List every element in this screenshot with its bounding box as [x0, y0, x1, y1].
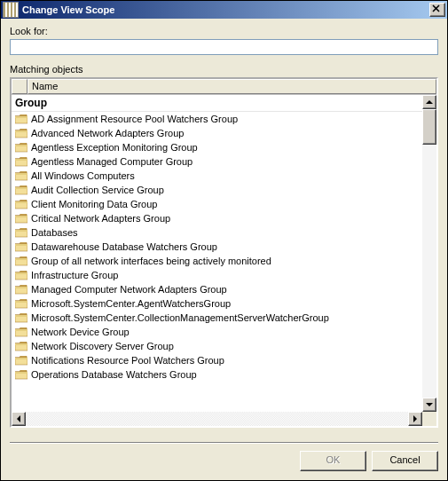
folder-icon: [13, 256, 29, 266]
list-item[interactable]: Agentless Exception Monitoring Group: [12, 140, 422, 154]
list-item[interactable]: Managed Computer Network Adapters Group: [12, 282, 422, 296]
scroll-down-button[interactable]: [422, 398, 436, 412]
list-item-label: Critical Network Adapters Group: [29, 213, 420, 224]
window-title: Change View Scope: [22, 4, 429, 15]
search-input[interactable]: [10, 39, 438, 55]
list-item[interactable]: Agentless Managed Computer Group: [12, 154, 422, 169]
svg-marker-29: [15, 242, 27, 244]
folder-icon: [13, 370, 29, 380]
svg-marker-47: [15, 327, 27, 329]
folder-icon: [13, 129, 29, 138]
scroll-right-button[interactable]: [408, 412, 422, 426]
dialog-footer: OK Cancel: [1, 444, 447, 480]
folder-icon: [13, 327, 29, 337]
folder-icon: [13, 171, 29, 181]
list-item[interactable]: Network Device Group: [12, 325, 422, 339]
folder-icon: [13, 200, 29, 209]
svg-marker-53: [15, 356, 27, 358]
list-item[interactable]: Audit Collection Service Group: [12, 183, 422, 197]
svg-rect-46: [15, 315, 28, 317]
folder-icon: [13, 143, 29, 153]
list-item-label: Microsoft.SystemCenter.AgentWatchersGrou…: [29, 298, 420, 309]
svg-rect-7: [15, 130, 28, 132]
svg-rect-22: [15, 201, 28, 203]
svg-rect-49: [15, 329, 28, 331]
folder-icon: [13, 214, 29, 224]
folder-icon: [13, 114, 29, 124]
scroll-left-button[interactable]: [12, 412, 26, 426]
list-item-label: Agentless Exception Monitoring Group: [29, 142, 420, 153]
folder-icon: [13, 313, 29, 323]
scroll-track[interactable]: [422, 145, 436, 398]
folder-icon: [13, 356, 29, 366]
svg-rect-19: [15, 187, 28, 189]
list-item[interactable]: Operations Database Watchers Group: [12, 367, 422, 382]
title-bar[interactable]: Change View Scope: [1, 1, 447, 19]
folder-icon: [13, 242, 29, 252]
list-item-label: All Windows Computers: [29, 170, 420, 181]
svg-marker-44: [15, 313, 27, 315]
list-item[interactable]: Advanced Network Adapters Group: [12, 126, 422, 140]
vertical-scrollbar[interactable]: [422, 95, 436, 412]
svg-marker-20: [15, 200, 27, 201]
column-header-icon[interactable]: [12, 79, 28, 94]
svg-marker-2: [15, 114, 27, 116]
list-item-label: Network Discovery Server Group: [29, 341, 420, 351]
list-item-label: Databases: [29, 227, 420, 238]
list-item-label: Managed Computer Network Adapters Group: [29, 284, 420, 295]
svg-rect-25: [15, 216, 28, 217]
list-item[interactable]: All Windows Computers: [12, 169, 422, 183]
cancel-button[interactable]: Cancel: [372, 451, 438, 471]
list-item[interactable]: Infrastructure Group: [12, 268, 422, 282]
svg-marker-5: [15, 129, 27, 130]
list-header[interactable]: Name: [12, 79, 436, 95]
dialog-body: Look for: Matching objects Name GroupAD …: [1, 19, 447, 437]
list-item-label: Group of all network interfaces being ac…: [29, 256, 420, 266]
svg-marker-23: [15, 214, 27, 216]
svg-rect-58: [15, 372, 28, 374]
folder-icon: [13, 157, 29, 167]
column-header-name[interactable]: Name: [28, 79, 436, 94]
dialog-window: Change View Scope Look for: Matching obj…: [0, 0, 448, 481]
list-item-label: Agentless Managed Computer Group: [29, 156, 420, 167]
svg-rect-40: [15, 287, 28, 288]
folder-icon: [13, 228, 29, 238]
svg-marker-56: [15, 370, 27, 372]
ok-button[interactable]: OK: [300, 451, 366, 471]
list-item[interactable]: Critical Network Adapters Group: [12, 211, 422, 225]
svg-rect-13: [15, 159, 28, 161]
list-item[interactable]: Microsoft.SystemCenter.AgentWatchersGrou…: [12, 296, 422, 311]
svg-marker-38: [15, 285, 27, 287]
scroll-track-h[interactable]: [26, 412, 408, 426]
svg-rect-10: [15, 145, 28, 146]
svg-rect-4: [15, 116, 28, 118]
list-item-label: Network Device Group: [29, 327, 420, 337]
close-button[interactable]: [429, 3, 445, 17]
object-list: Name GroupAD Assignment Resource Pool Wa…: [10, 77, 438, 428]
list-item[interactable]: Network Discovery Server Group: [12, 339, 422, 353]
system-icon: [3, 2, 19, 18]
horizontal-scrollbar[interactable]: [12, 412, 422, 426]
list-rows[interactable]: GroupAD Assignment Resource Pool Watcher…: [12, 95, 422, 412]
folder-icon: [13, 342, 29, 351]
svg-rect-55: [15, 358, 28, 359]
list-item[interactable]: Notifications Resource Pool Watchers Gro…: [12, 353, 422, 367]
list-item-label: Audit Collection Service Group: [29, 185, 420, 195]
svg-marker-8: [15, 143, 27, 145]
list-item[interactable]: Datawarehouse Database Watchers Group: [12, 240, 422, 254]
scroll-up-button[interactable]: [422, 95, 436, 109]
list-caption: Matching objects: [10, 64, 438, 75]
list-item-label: Datawarehouse Database Watchers Group: [29, 241, 420, 252]
svg-rect-52: [15, 343, 28, 345]
list-item-label: Notifications Resource Pool Watchers Gro…: [29, 355, 420, 366]
list-item[interactable]: Microsoft.SystemCenter.CollectionManagem…: [12, 311, 422, 325]
list-item[interactable]: Client Monitoring Data Group: [12, 197, 422, 211]
svg-marker-26: [15, 228, 27, 230]
list-item[interactable]: Databases: [12, 225, 422, 240]
folder-icon: [13, 185, 29, 195]
folder-icon: [13, 299, 29, 309]
svg-marker-14: [15, 171, 27, 173]
list-item[interactable]: AD Assignment Resource Pool Watchers Gro…: [12, 112, 422, 126]
list-item[interactable]: Group of all network interfaces being ac…: [12, 254, 422, 268]
scroll-thumb[interactable]: [422, 109, 436, 145]
